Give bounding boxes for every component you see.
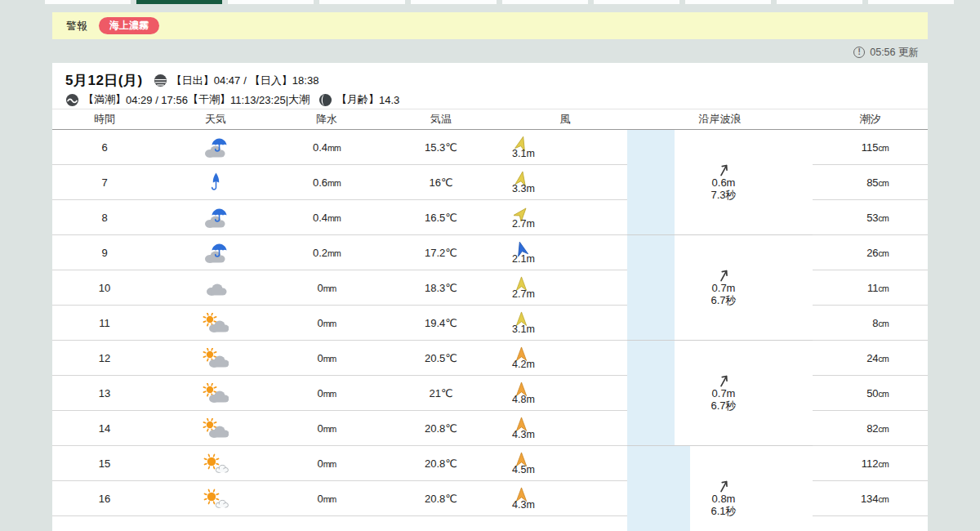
weather-icon-rain [210, 172, 222, 192]
nav-tab-0[interactable] [45, 0, 131, 4]
wave-cell: 0.7m6.7秒 [627, 341, 813, 446]
forecast-row-6: 60.4mm15.3℃3.1m0.6m7.3秒115cm [52, 130, 928, 165]
wind-cell: 4.2m [503, 341, 627, 376]
wave-height: 0.7m [699, 283, 748, 295]
weather-cell [157, 200, 274, 235]
weather-cell [157, 446, 274, 481]
precip-cell [274, 516, 379, 531]
sunset-time: 18:38 [292, 74, 319, 87]
hour-cell: 9 [52, 235, 157, 270]
tide-cell: 24cm [813, 341, 928, 376]
temp-cell: 16℃ [379, 165, 503, 200]
wave-period: 7.3秒 [699, 190, 748, 202]
tide-cell: 11cm [813, 270, 928, 306]
temp-cell: 20.8℃ [379, 481, 503, 516]
moon-age: 14.3 [379, 94, 399, 106]
hour-cell: 11 [52, 306, 157, 341]
precip-cell: 0mm [274, 446, 379, 481]
hour-cell: 10 [52, 270, 157, 306]
forecast-table: 時間天気降水気温風沿岸波浪潮汐 60.4mm15.3℃3.1m0.6m7.3秒1… [52, 109, 928, 531]
temp-cell: 19.4℃ [379, 306, 503, 341]
col-header-1: 天気 [157, 109, 274, 130]
tide-type: 大潮 [288, 92, 310, 107]
tide-cell: 85cm [813, 165, 928, 200]
wave-height-bar [627, 446, 690, 531]
wind-cell: 2.7m [503, 270, 627, 306]
wave-period: 6.7秒 [699, 295, 748, 307]
nav-tab-8[interactable] [777, 0, 862, 4]
wave-cell: 0.6m7.3秒 [627, 130, 813, 235]
forecast-row-9: 90.2mm17.2℃2.1m0.7m6.7秒26cm [52, 235, 928, 270]
weather-cell [157, 165, 274, 200]
precip-cell: 0mm [274, 270, 379, 306]
tide-cell: 82cm [813, 411, 928, 446]
hour-cell: 8 [52, 200, 157, 235]
weather-cell [157, 130, 274, 165]
nav-tab-7[interactable] [685, 0, 771, 4]
weather-icon-partly_cloudy [203, 383, 229, 404]
weather-icon-rain_cloud [203, 137, 229, 158]
tide-icon [65, 93, 79, 107]
col-header-0: 時間 [52, 109, 157, 130]
wind-cell: 3.3m [503, 165, 627, 200]
precip-cell: 0mm [274, 376, 379, 411]
moon-age-label: 【月齢】 [336, 92, 379, 107]
low-tide-label: 【干潮】 [188, 92, 230, 107]
weather-icon-cloudy [203, 279, 228, 297]
nav-tab-2[interactable] [228, 0, 314, 4]
wave-direction-icon [699, 479, 748, 493]
precip-cell: 0.6mm [274, 165, 379, 200]
wind-speed: 2.7m [511, 219, 536, 230]
hour-cell: 14 [52, 411, 157, 446]
precip-cell: 0mm [274, 411, 379, 446]
wind-speed: 4.2m [511, 359, 536, 370]
low-tide-times: 11:13/23:25 [230, 94, 286, 106]
wave-height: 0.7m [699, 388, 748, 400]
wind-speed: 4.5m [511, 465, 536, 475]
weather-icon-partly_cloudy [203, 418, 229, 439]
wind-cell [503, 516, 627, 531]
temp-cell: 21℃ [379, 376, 503, 411]
wind-cell: 3.1m [503, 306, 627, 341]
wave-direction-icon [699, 268, 748, 282]
alert-label: 警報 [66, 19, 87, 33]
alert-badge-marine-fog[interactable]: 海上濃霧 [99, 17, 159, 34]
nav-tab-6[interactable] [594, 0, 679, 4]
wave-direction-icon [699, 163, 748, 176]
update-status: ! 05:56 更新 [853, 45, 919, 60]
wind-cell: 2.1m [503, 235, 627, 270]
nav-tab-5[interactable] [502, 0, 588, 4]
tide-cell: 115cm [813, 130, 928, 165]
wind-speed: 2.7m [511, 289, 536, 300]
weather-cell [157, 235, 274, 270]
col-header-6: 潮汐 [813, 109, 928, 130]
tide-cell: 8cm [813, 306, 928, 341]
sunrise-time: 04:47 [214, 74, 241, 87]
weather-icon-partly_cloudy [203, 348, 229, 368]
wind-speed: 3.1m [511, 149, 536, 159]
nav-tab-9[interactable] [868, 0, 954, 4]
forecast-row-12: 120mm20.5℃4.2m0.7m6.7秒24cm [52, 341, 928, 376]
weather-cell [157, 481, 274, 516]
wind-cell: 3.1m [503, 130, 627, 165]
wind-cell: 4.8m [503, 376, 627, 411]
wind-speed: 4.3m [511, 500, 536, 511]
temp-cell: 18.3℃ [379, 270, 503, 306]
wave-direction-icon [699, 373, 748, 387]
col-header-4: 風 [503, 109, 627, 130]
sunrise-label: 【日出】 [172, 74, 214, 88]
nav-tab-3[interactable] [319, 0, 405, 4]
nav-tab-4[interactable] [411, 0, 497, 4]
precip-cell: 0mm [274, 341, 379, 376]
precip-cell: 0.4mm [274, 130, 379, 165]
hour-cell: 16 [52, 481, 157, 516]
wind-speed: 4.3m [511, 430, 536, 440]
moon-icon [314, 93, 332, 107]
temp-cell: 20.8℃ [379, 446, 503, 481]
high-tide-label: 【満潮】 [83, 92, 126, 107]
hour-cell: 15 [52, 446, 157, 481]
info-icon: ! [853, 47, 865, 58]
wave-period: 6.7秒 [699, 400, 748, 413]
nav-tab-1[interactable] [136, 0, 222, 4]
wave-height-bar [627, 341, 675, 445]
